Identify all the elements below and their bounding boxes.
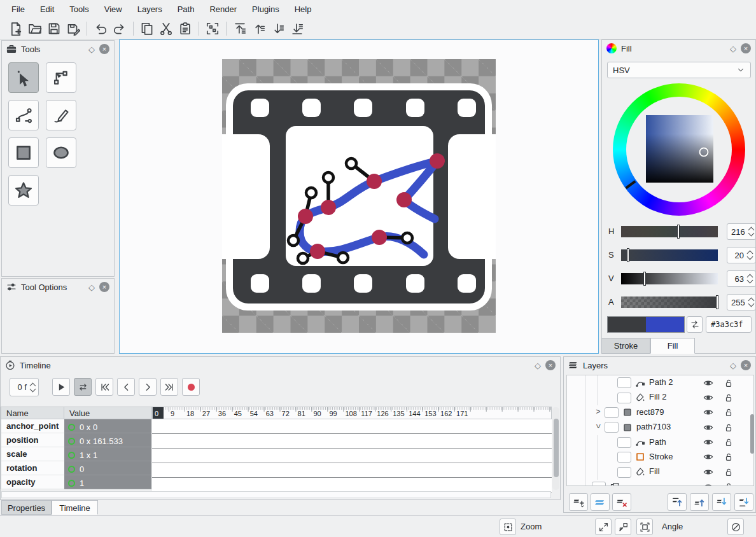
menu-tools[interactable]: Tools — [62, 2, 96, 17]
timeline-vertical-scrollbar[interactable] — [552, 407, 559, 490]
move-to-bottom-button[interactable] — [734, 493, 753, 511]
last-frame-button[interactable] — [160, 378, 178, 396]
zoom-fit-button[interactable] — [595, 519, 612, 535]
tab-properties[interactable]: Properties — [1, 500, 52, 515]
color-wheel[interactable] — [613, 83, 745, 216]
canvas-view[interactable] — [119, 39, 599, 354]
undo-button[interactable] — [91, 20, 110, 38]
menu-layers[interactable]: Layers — [130, 2, 170, 17]
close-panel-icon[interactable]: × — [545, 360, 556, 370]
h-spinbox[interactable]: 216 — [727, 223, 756, 240]
record-button[interactable] — [182, 378, 200, 396]
move-down-button[interactable] — [712, 493, 731, 511]
duplicate-layer-button[interactable] — [591, 493, 610, 511]
hex-color-input[interactable]: #3a3c3f — [706, 316, 752, 333]
lock-icon[interactable] — [724, 422, 734, 433]
float-panel-icon[interactable]: ◇ — [730, 45, 736, 53]
expander-icon[interactable]: > — [594, 422, 603, 430]
tool-edit-nodes[interactable] — [46, 62, 76, 93]
next-frame-button[interactable] — [139, 378, 157, 396]
lock-icon[interactable] — [724, 452, 734, 462]
lock-icon[interactable] — [724, 393, 734, 403]
loop-button[interactable] — [74, 378, 92, 396]
float-panel-icon[interactable]: ◇ — [88, 45, 95, 53]
layer-row[interactable] — [567, 480, 753, 486]
view-transform-button[interactable] — [500, 519, 516, 535]
a-spinbox[interactable]: 255 — [727, 294, 756, 310]
spin-arrows-icon[interactable] — [747, 249, 753, 261]
close-panel-icon[interactable]: × — [99, 44, 109, 54]
menu-file[interactable]: File — [4, 2, 32, 17]
group-objects-button[interactable] — [203, 20, 222, 38]
save-as-button[interactable] — [64, 20, 83, 38]
slider-handle[interactable] — [627, 248, 629, 262]
raise-to-top-button[interactable] — [230, 20, 249, 38]
layer-color-box[interactable] — [617, 393, 631, 403]
frame-spinbox[interactable]: 0 f — [10, 378, 39, 396]
lock-icon[interactable] — [724, 467, 734, 477]
layer-color-box[interactable] — [617, 467, 631, 478]
lock-icon[interactable] — [724, 482, 734, 486]
h-slider[interactable] — [621, 226, 718, 237]
lock-icon[interactable] — [724, 437, 734, 447]
save-button[interactable] — [45, 20, 64, 38]
slider-handle[interactable] — [716, 295, 718, 309]
keyframe-track[interactable] — [152, 434, 552, 449]
expander-icon[interactable]: > — [594, 407, 602, 416]
spin-arrows-icon[interactable] — [747, 273, 753, 284]
float-panel-icon[interactable]: ◇ — [730, 361, 736, 370]
move-up-button[interactable] — [690, 493, 709, 511]
delete-layer-button[interactable] — [612, 493, 631, 511]
paste-button[interactable] — [176, 20, 195, 38]
layer-color-box[interactable] — [592, 482, 606, 486]
property-row[interactable]: anchor_point 0 x 0 — [1, 419, 151, 433]
column-header-name[interactable]: Name — [1, 407, 64, 419]
layer-color-box[interactable] — [617, 437, 631, 448]
tab-timeline[interactable]: Timeline — [52, 500, 98, 515]
property-value[interactable]: 0 x 0 — [64, 419, 151, 433]
menu-view[interactable]: View — [97, 2, 130, 17]
layer-row[interactable]: > rect879 — [567, 405, 753, 420]
redo-button[interactable] — [110, 20, 129, 38]
layer-color-box[interactable] — [617, 452, 631, 463]
visibility-eye-icon[interactable] — [703, 437, 713, 447]
primary-color-swatch[interactable] — [646, 317, 684, 332]
spin-arrows-icon[interactable] — [748, 296, 754, 308]
tool-star[interactable] — [8, 175, 39, 206]
layer-color-box[interactable] — [605, 422, 619, 433]
a-slider[interactable] — [621, 296, 718, 308]
layer-row[interactable]: Path 2 — [567, 375, 753, 390]
tool-ellipse[interactable] — [46, 137, 76, 168]
swap-colors-button[interactable] — [687, 316, 703, 333]
keyframe-track[interactable] — [152, 478, 552, 492]
lower-button[interactable] — [269, 20, 288, 38]
property-value[interactable]: 1 — [64, 475, 151, 489]
new-document-button[interactable] — [6, 20, 25, 38]
slider-handle[interactable] — [643, 272, 646, 286]
timeline-horizontal-scrollbar[interactable] — [1, 491, 551, 498]
property-value[interactable]: 0 — [64, 461, 151, 475]
tool-draw-freehand[interactable] — [46, 100, 76, 130]
tab-stroke[interactable]: Stroke — [601, 338, 650, 354]
layer-row[interactable]: Fill — [567, 464, 753, 479]
tool-select[interactable] — [8, 62, 39, 93]
property-row[interactable]: opacity 1 — [1, 475, 151, 489]
document-canvas[interactable] — [222, 59, 496, 333]
s-spinbox[interactable]: 20 — [727, 247, 756, 263]
float-panel-icon[interactable]: ◇ — [88, 283, 95, 291]
layer-row[interactable]: Stroke — [567, 450, 753, 464]
tab-fill[interactable]: Fill — [650, 338, 695, 354]
no-rotation-button[interactable] — [727, 519, 744, 535]
property-value[interactable]: 1 x 1 — [64, 447, 151, 461]
color-space-select[interactable]: HSV — [607, 62, 751, 78]
zoom-reset-button[interactable] — [615, 519, 631, 535]
fit-frame-button[interactable] — [636, 519, 653, 535]
raise-button[interactable] — [249, 20, 269, 38]
column-header-value[interactable]: Value — [64, 407, 152, 419]
v-spinbox[interactable]: 63 — [727, 270, 756, 287]
sv-indicator[interactable] — [699, 148, 709, 157]
play-button[interactable] — [52, 378, 70, 396]
float-panel-icon[interactable]: ◇ — [535, 361, 541, 370]
property-row[interactable]: position 0 x 161.533 — [1, 433, 151, 447]
v-slider[interactable] — [621, 273, 718, 284]
